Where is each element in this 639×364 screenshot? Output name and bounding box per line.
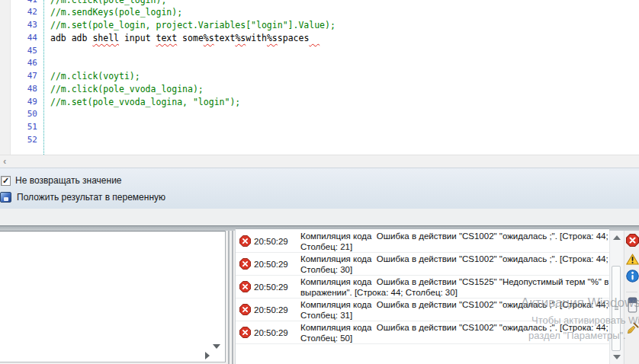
line-number: 50 (10, 108, 40, 121)
code-text: //m.set(pole_vvoda_logina, "login"); (50, 96, 240, 109)
code-line[interactable]: 50 (0, 108, 639, 121)
log-time: 20:50:29 (254, 260, 288, 269)
editor-horizontal-scrollbar[interactable]: ‹ (0, 155, 639, 168)
line-number: 52 (10, 134, 40, 147)
app-window: 41//m.click(pole_login); 42//m.sendKeys(… (0, 0, 639, 364)
code-line[interactable]: 46 (0, 57, 639, 70)
code-line[interactable]: 41//m.click(pole_login); (0, 0, 639, 6)
log-row[interactable]: 20:50:29 Компиляция кода Ошибка в действ… (236, 299, 609, 321)
checkbox-checked-icon[interactable]: ✓ (1, 176, 11, 186)
info-filter-icon[interactable] (626, 270, 639, 283)
option-label: Не возвращать значение (15, 175, 122, 186)
scroll-right-icon[interactable] (205, 352, 210, 359)
log-row[interactable]: 20:50:29 Компиляция кода Ошибка в действ… (236, 230, 609, 253)
variable-icon (0, 192, 11, 203)
line-number: 43 (10, 19, 40, 32)
eraser-icon[interactable] (626, 297, 639, 313)
clear-broom-icon[interactable] (626, 321, 639, 337)
log-filter-toolbar (624, 231, 639, 364)
log-message: Компиляция кода Ошибка в действии "CS152… (300, 277, 605, 298)
error-stop-icon (239, 235, 251, 247)
warning-filter-icon[interactable] (626, 253, 639, 266)
line-number: 44 (10, 32, 40, 45)
code-line[interactable]: 48//m.click(pole_vvoda_logina); (0, 83, 639, 96)
option-no-return-value[interactable]: ✓ Не возвращать значение (0, 174, 122, 187)
log-row[interactable]: 20:50:29 Компиляция кода Ошибка в действ… (236, 253, 609, 276)
code-text: //m.click(pole_vvoda_logina); (50, 83, 204, 96)
scrollbar-thumb[interactable] (612, 266, 621, 351)
code-text: //m.click(voyti); (50, 70, 140, 83)
code-line[interactable]: 47//m.click(voyti); (0, 70, 639, 83)
error-stop-icon (239, 304, 251, 315)
code-line[interactable]: 44adb adb shell input text some%stext%sw… (0, 32, 639, 45)
log-message: Компиляция кода Ошибка в действии "CS100… (300, 323, 605, 343)
log-message: Компиляция кода Ошибка в действии "CS100… (300, 300, 605, 321)
code-text-44: adb adb shell input text some%stext%swit… (50, 32, 320, 45)
scroll-down-icon[interactable] (613, 355, 621, 359)
option-store-result[interactable]: Положить результат в переменную (0, 191, 165, 203)
code-text: //m.sendKeys(pole_login); (50, 6, 182, 19)
code-text: //m.set(pole_login, project.Variables["l… (50, 19, 336, 32)
line-number: 48 (10, 83, 40, 96)
scroll-left-icon[interactable]: ‹ (3, 155, 6, 167)
code-line[interactable]: 49//m.set(pole_vvoda_logina, "login"); (0, 96, 639, 109)
log-time: 20:50:29 (254, 305, 288, 315)
toolbar-separator (626, 292, 637, 292)
code-line[interactable]: 51 (0, 121, 639, 134)
action-options-panel: ✓ Не возвращать значение Положить резуль… (0, 168, 639, 209)
code-line[interactable]: 52 (0, 134, 639, 147)
line-number: 41 (10, 0, 40, 6)
gutter-separator (43, 0, 44, 155)
log-row[interactable]: 20:50:29 Компиляция кода Ошибка в действ… (236, 321, 609, 344)
line-number: 51 (10, 121, 40, 134)
code-line[interactable]: 43//m.set(pole_login, project.Variables[… (0, 19, 639, 32)
log-time: 20:50:29 (254, 328, 288, 337)
scroll-down-icon[interactable] (213, 344, 220, 349)
log-vertical-scrollbar[interactable] (609, 231, 623, 364)
error-filter-icon[interactable] (626, 234, 639, 247)
log-time: 20:50:29 (254, 283, 288, 292)
line-number: 42 (10, 6, 40, 19)
thumb-grip (615, 306, 618, 310)
line-number: 46 (10, 57, 40, 70)
bottom-left-content-panel[interactable] (0, 231, 226, 362)
log-row[interactable]: 20:50:29 Компиляция кода Ошибка в действ… (236, 276, 609, 299)
line-number: 49 (10, 96, 40, 109)
code-editor[interactable]: 41//m.click(pole_login); 42//m.sendKeys(… (0, 0, 639, 155)
vertical-splitter[interactable] (232, 231, 233, 364)
error-stop-icon (239, 327, 251, 338)
panel-footer-strip (0, 209, 639, 225)
error-stop-icon (239, 281, 251, 292)
log-message: Компиляция кода Ошибка в действии "CS100… (300, 231, 605, 252)
code-line[interactable]: 45 (0, 45, 639, 58)
scroll-up-icon[interactable] (613, 235, 621, 240)
vertical-splitter[interactable] (228, 231, 230, 364)
error-log-list: 20:50:29 Компиляция кода Ошибка в действ… (235, 228, 609, 364)
option-label: Положить результат в переменную (17, 192, 165, 203)
code-line[interactable]: 42//m.sendKeys(pole_login); (0, 6, 639, 19)
log-message: Компиляция кода Ошибка в действии "CS100… (300, 254, 605, 275)
line-number: 45 (10, 45, 40, 58)
line-number: 47 (10, 70, 40, 83)
error-stop-icon (239, 258, 251, 270)
log-time: 20:50:29 (254, 237, 288, 246)
code-text: //m.click(pole_login); (50, 0, 166, 6)
